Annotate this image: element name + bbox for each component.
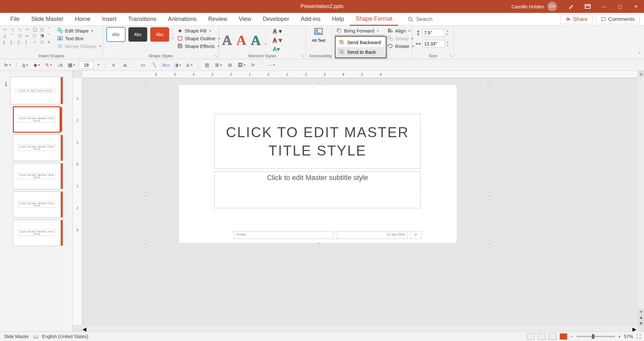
sorter-view-icon[interactable] <box>538 333 545 340</box>
more-dn-icon[interactable]: ˅ <box>48 33 54 39</box>
date-placeholder[interactable]: 19 July 2019 <box>337 231 408 239</box>
sel-handle-e[interactable] <box>488 193 491 196</box>
layout-thumb-1[interactable]: CLICK TO EDIT MASTER TITLE STYLE <box>13 106 61 133</box>
shape-outline-button[interactable]: Shape Outline <box>176 35 221 42</box>
flag-icon[interactable]: ⬠ <box>33 33 39 39</box>
layout-thumb-2[interactable]: CLICK TO EDIT MASTER TITLE STYLE <box>13 135 61 161</box>
arc-icon[interactable]: ⌒ <box>11 33 17 39</box>
text-fill-button[interactable]: A▾ <box>271 27 283 35</box>
zoom-slider[interactable] <box>576 336 615 337</box>
font-size-input[interactable] <box>79 61 94 69</box>
more-bar-icon[interactable]: ≡ <box>48 40 54 44</box>
reading-view-icon[interactable] <box>549 333 556 340</box>
dropdown-send-backward[interactable]: Send Backward <box>336 37 385 47</box>
shape-outline-qat-icon[interactable]: ✎ <box>44 61 52 69</box>
wordart-preset-1[interactable]: A <box>222 33 232 48</box>
shape-fill-button[interactable]: Shape Fill <box>176 27 221 34</box>
sel-handle-ne[interactable] <box>488 83 491 86</box>
wordart-launcher[interactable]: ⤡ <box>301 54 304 58</box>
gallery-more-icon[interactable]: ≡ <box>172 36 174 40</box>
text-effects-button[interactable]: A▾ <box>271 45 283 53</box>
more-up-icon[interactable]: ˄ <box>48 27 54 33</box>
rect-tool-icon[interactable]: ▭ <box>139 61 147 69</box>
prev-slide-icon[interactable]: ⯅ <box>638 315 644 320</box>
zoom-knob[interactable] <box>592 334 594 339</box>
merge-shapes-button[interactable]: Merge Shapes <box>56 43 102 50</box>
rect-icon[interactable]: ▭ <box>25 27 32 33</box>
status-language[interactable]: English (United States) <box>42 334 88 339</box>
title-text[interactable]: CLICK TO EDIT MASTER TITLE STYLE <box>215 123 420 160</box>
maximize-button[interactable]: ▢ <box>612 0 628 13</box>
layout-thumb-3[interactable]: CLICK TO EDIT MASTER TITLE STYLE <box>13 163 61 189</box>
gallery-down-icon[interactable]: ˅ <box>172 33 174 36</box>
sort-icon[interactable]: ↓A <box>56 61 64 69</box>
textbox-icon[interactable]: ▭ <box>3 27 10 33</box>
tab-help[interactable]: Help <box>326 13 350 26</box>
wa-up-icon[interactable]: ˄ <box>265 35 267 39</box>
sel-handle-se[interactable] <box>488 240 491 243</box>
chart-icon[interactable]: ▥ <box>203 61 211 69</box>
oval-icon[interactable]: ◯ <box>33 27 39 33</box>
shapes-tool-icon[interactable]: ◑ <box>174 61 182 69</box>
group-button[interactable]: Group <box>386 35 415 42</box>
roundrect-icon[interactable]: ▢ <box>40 27 47 33</box>
wordart-preset-3[interactable]: A <box>251 33 260 48</box>
bring-forward-button[interactable]: Bring Forward <box>335 27 384 34</box>
style-preset-3[interactable]: Abc <box>150 27 169 42</box>
shape-gallery[interactable]: ▭＼＼▭◯▢˄ △⌒⬡⇨⬠⬔˅ {}{}☆⬠≡ <box>3 27 54 44</box>
rotate-button[interactable]: Rotate <box>386 43 415 50</box>
size-launcher[interactable]: ⤡ <box>450 54 452 58</box>
align-left-qat-icon[interactable]: ≡ <box>109 61 118 69</box>
horizontal-scrollbar[interactable]: ◀ ▶ <box>82 326 638 331</box>
picture-icon[interactable]: 🖼 <box>238 61 246 69</box>
line-tool-icon[interactable]: ╲ <box>150 61 159 69</box>
footer-placeholder[interactable]: Footer <box>234 231 334 239</box>
scroll-left-icon[interactable]: ◀ <box>82 326 88 331</box>
tab-slide-master[interactable]: Slide Master <box>25 13 69 26</box>
wordart-preset-2[interactable]: A <box>236 33 246 48</box>
user-name[interactable]: Camille Holden <box>511 4 544 9</box>
tab-insert[interactable]: Insert <box>96 13 122 26</box>
sel-handle-w[interactable] <box>144 193 147 196</box>
master-thumbnail[interactable]: CLICK TO EDIT TITLE STYLE <box>10 77 61 104</box>
normal-view-icon[interactable] <box>527 333 535 340</box>
arrow-icon[interactable]: ⇨ <box>25 33 32 39</box>
align-objects-icon[interactable]: ⊫ <box>3 61 12 69</box>
style-preset-2[interactable]: Abc <box>128 27 147 42</box>
dropdown-send-to-back[interactable]: Send to Back <box>336 47 385 57</box>
callout-icon[interactable]: ⬔ <box>40 33 47 39</box>
slideshow-view-icon[interactable] <box>560 333 567 340</box>
star-icon[interactable]: ☆ <box>33 40 39 44</box>
scroll-up-icon[interactable]: ▲ <box>638 71 644 77</box>
textbox-tool-icon[interactable]: A▭ <box>162 61 170 69</box>
crop-icon[interactable]: ⧉ <box>226 61 234 69</box>
video-icon[interactable]: ⊫ <box>249 61 258 69</box>
tab-add-ins[interactable]: Add-ins <box>295 13 326 26</box>
subtitle-placeholder[interactable]: Click to edit Master subtitle style <box>214 171 421 208</box>
share-button[interactable]: Share <box>560 14 592 24</box>
next-slide-icon[interactable]: ⯆ <box>638 320 644 326</box>
tab-view[interactable]: View <box>233 13 257 26</box>
title-placeholder[interactable]: CLICK TO EDIT MASTER TITLE STYLE <box>214 114 421 169</box>
edit-shape-button[interactable]: Edit Shape <box>56 27 102 34</box>
brace-r-icon[interactable]: } <box>11 40 17 44</box>
gallery-up-icon[interactable]: ˄ <box>172 29 174 33</box>
align-center-qat-icon[interactable]: ≣ <box>121 61 129 69</box>
width-input[interactable] <box>422 40 445 48</box>
close-button[interactable]: ✕ <box>628 0 644 13</box>
misc-icon[interactable]: ⬠ <box>40 40 47 44</box>
overflow-icon[interactable]: ⋯ <box>267 61 275 69</box>
brace2-icon[interactable]: { <box>18 40 24 44</box>
zoom-in-icon[interactable]: + <box>618 334 621 339</box>
style-preset-1[interactable]: Abc <box>106 27 126 42</box>
font-color-icon[interactable]: A <box>21 61 29 69</box>
vertical-scrollbar[interactable]: ▲ ▼ ⯅ ⯆ <box>638 71 644 326</box>
line2-icon[interactable]: ＼ <box>18 27 24 33</box>
status-mode[interactable]: Slide Master <box>4 334 29 339</box>
scroll-right-icon[interactable]: ▶ <box>632 326 638 331</box>
shape-effects-button[interactable]: Shape Effects <box>176 43 221 50</box>
shape-fill-qat-icon[interactable]: ◆ <box>33 61 41 69</box>
scroll-down-icon[interactable]: ▼ <box>638 309 644 315</box>
search-box[interactable]: Search <box>408 16 432 22</box>
sel-handle-sw[interactable] <box>144 240 147 243</box>
